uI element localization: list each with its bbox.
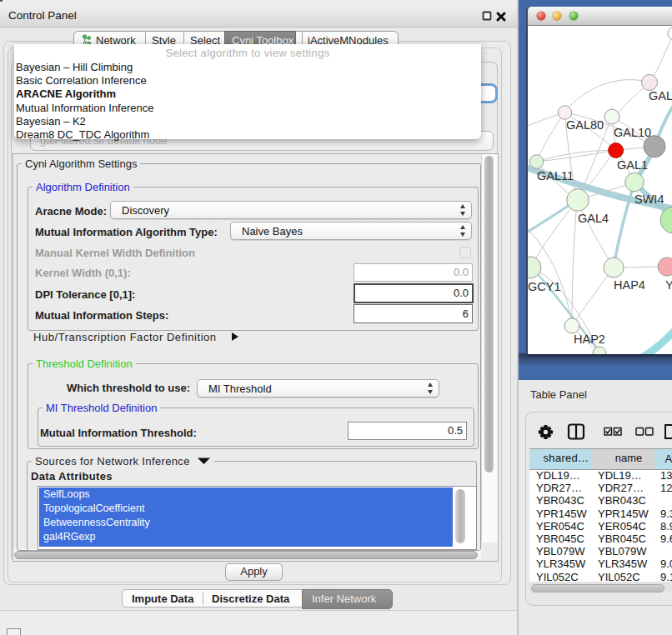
svg-text:GAL7: GAL7 — [649, 89, 672, 102]
svg-text:HAP2: HAP2 — [574, 332, 605, 346]
svg-text:GAL10: GAL10 — [614, 126, 651, 139]
svg-text:HAP4: HAP4 — [614, 278, 645, 292]
svg-text:GAL1: GAL1 — [617, 158, 648, 172]
svg-text:GAL80: GAL80 — [566, 118, 604, 132]
svg-text:GAL11: GAL11 — [537, 169, 574, 182]
svg-text:YJ: YJ — [665, 278, 672, 292]
svg-text:GAL4: GAL4 — [578, 212, 609, 225]
svg-text:GCY1: GCY1 — [528, 280, 561, 293]
svg-text:SWI4: SWI4 — [634, 192, 664, 206]
